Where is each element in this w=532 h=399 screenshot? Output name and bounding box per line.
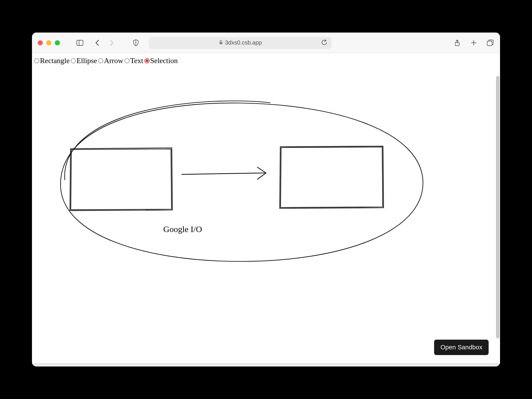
close-button[interactable] (38, 40, 43, 45)
radio-icon (34, 58, 39, 63)
forward-icon[interactable] (108, 39, 116, 47)
canvas-text[interactable]: Google I/O (163, 224, 202, 234)
address-text: 3dxs0.csb.app (225, 39, 262, 46)
browser-toolbar: 3dxs0.csb.app (32, 33, 500, 53)
radio-icon (98, 58, 103, 63)
tool-arrow[interactable]: Arrow (98, 57, 123, 65)
scrollbar-vertical[interactable] (496, 76, 499, 338)
tool-label: Selection (150, 57, 178, 65)
browser-window: 3dxs0.csb.app (32, 33, 500, 366)
tool-selection[interactable]: Selection (144, 57, 178, 65)
scrollbar-horizontal[interactable] (34, 363, 498, 366)
tool-label: Rectangle (40, 57, 70, 65)
open-sandbox-button[interactable]: Open Sandbox (434, 340, 489, 355)
new-tab-icon[interactable] (470, 39, 478, 47)
svg-rect-3 (219, 42, 222, 44)
shape-rectangle-left[interactable] (70, 148, 172, 211)
tool-label: Text (130, 57, 143, 65)
tool-rectangle[interactable]: Rectangle (34, 57, 70, 65)
shape-ellipse[interactable] (61, 101, 423, 261)
tool-label: Ellipse (76, 57, 97, 65)
tool-ellipse[interactable]: Ellipse (71, 57, 97, 65)
traffic-lights (38, 40, 60, 45)
content-area: Rectangle Ellipse Arrow Text Selection (32, 53, 500, 366)
svg-rect-8 (487, 41, 492, 46)
tabs-icon[interactable] (486, 39, 494, 47)
canvas-svg (32, 67, 500, 353)
tool-toolbar: Rectangle Ellipse Arrow Text Selection (32, 53, 500, 68)
address-bar[interactable]: 3dxs0.csb.app (149, 37, 332, 49)
lock-icon (219, 39, 223, 46)
back-icon[interactable] (93, 39, 101, 47)
drawing-canvas[interactable]: Google I/O (32, 67, 500, 366)
reload-icon[interactable] (320, 39, 328, 47)
radio-icon (144, 58, 150, 63)
shield-icon[interactable] (132, 39, 140, 47)
svg-rect-0 (77, 40, 83, 45)
share-icon[interactable] (453, 39, 461, 47)
tool-text[interactable]: Text (124, 57, 143, 65)
maximize-button[interactable] (55, 40, 60, 45)
sidebar-icon[interactable] (76, 39, 84, 47)
svg-line-9 (182, 173, 265, 174)
radio-icon (71, 58, 76, 63)
shape-arrow[interactable] (182, 167, 266, 179)
shape-rectangle-right[interactable] (280, 146, 384, 208)
tool-label: Arrow (104, 57, 123, 65)
radio-icon (124, 58, 130, 63)
minimize-button[interactable] (46, 40, 51, 45)
